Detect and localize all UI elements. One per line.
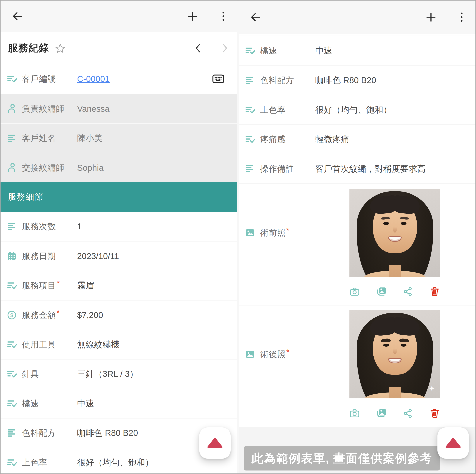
person-icon (7, 163, 17, 173)
field-label: 操作備註 (260, 163, 294, 174)
camera-icon[interactable] (350, 286, 360, 297)
field-label: 檔速 (22, 398, 39, 409)
field-label: 上色率 (22, 457, 47, 468)
triangle-up-icon (206, 437, 223, 449)
prev-record-button[interactable] (194, 43, 202, 53)
after-photo-actions (349, 398, 440, 419)
scroll-to-top-button[interactable] (199, 427, 231, 459)
share-icon[interactable] (403, 408, 413, 419)
chevron-left-icon (194, 43, 202, 53)
kebab-menu-icon (460, 12, 463, 22)
field-row[interactable]: 色料配方 咖啡色 R80 B20 (239, 65, 476, 95)
field-value: 1 (77, 221, 82, 231)
field-label: 色料配方 (260, 75, 294, 86)
back-button[interactable] (11, 10, 24, 23)
list-check-icon (6, 339, 17, 350)
trash-icon[interactable] (429, 408, 440, 419)
field-label: 色料配方 (22, 427, 56, 439)
text-lines-icon (245, 163, 255, 174)
field-row[interactable]: 負責紋繡師 Vanessa (0, 94, 237, 123)
field-label: 疼痛感 (260, 134, 286, 145)
field-row[interactable]: 交接紋繡師 Sophia (0, 153, 237, 182)
before-photo-actions (349, 277, 440, 297)
image-icon (245, 227, 255, 238)
back-button[interactable] (249, 11, 262, 24)
list-check-icon (245, 135, 255, 144)
text-lines-icon (245, 164, 255, 174)
field-row[interactable]: 上色率 很好（均勻、飽和） (239, 95, 476, 124)
dollar-icon: $ (6, 310, 17, 320)
kebab-menu-icon (222, 11, 225, 21)
customer-id-link[interactable]: C-00001 (77, 74, 110, 84)
field-row[interactable]: 客戶姓名 陳小美 (0, 123, 237, 153)
field-row[interactable]: 服務日期 2023/10/11 (0, 241, 237, 271)
gallery-icon[interactable] (376, 286, 387, 297)
field-label: 使用工具 (22, 339, 56, 350)
before-photo[interactable] (349, 189, 440, 277)
text-lines-icon (6, 133, 17, 144)
field-value: 很好（均勻、飽和） (77, 457, 153, 468)
field-value: 很好（均勻、飽和） (315, 104, 392, 115)
after-photo[interactable]: ✦ (349, 310, 440, 398)
field-row[interactable]: 疼痛感 輕微疼痛 (239, 124, 476, 154)
chevron-right-icon (221, 43, 228, 53)
field-row[interactable]: 操作備註 客戶首次紋繡，對稱度要求高 (239, 154, 476, 183)
field-value: 陳小美 (77, 132, 102, 144)
sample-form-banner: 此為範例表單, 畫面僅供案例參考 (244, 446, 440, 471)
customer-fields: 客戶編號 C-00001 負責紋繡師 Vanessa 客戶姓名 陳小美 (0, 64, 237, 182)
field-label: 服務項目 (22, 280, 56, 291)
field-row[interactable]: 客戶編號 C-00001 (0, 64, 237, 94)
list-check-icon (245, 105, 255, 115)
field-row[interactable]: 針具 三針（3RL / 3） (0, 359, 237, 389)
field-label: 上色率 (260, 104, 286, 115)
field-row[interactable]: $ 服務金額 * $7,200 (0, 300, 237, 330)
form-screen-top: 服務紀錄 (0, 0, 237, 474)
add-record-button[interactable] (425, 11, 437, 24)
field-row[interactable]: 使用工具 無線紋繡機 (0, 330, 237, 359)
form-title-bar: 服務紀錄 (0, 32, 237, 64)
top-toolbar (239, 0, 476, 34)
field-value: $7,200 (77, 310, 103, 320)
field-row[interactable]: 服務次數 1 (0, 212, 237, 241)
form-screen-bottom: 檔速 中速 色料配方 咖啡色 R80 B20 上色率 很好（均勻、飽和） 疼痛感… (239, 0, 476, 474)
more-menu-button[interactable] (217, 10, 230, 23)
favorite-star-button[interactable] (55, 43, 66, 53)
next-record-button[interactable] (221, 43, 228, 53)
keyboard-icon[interactable] (212, 74, 224, 83)
list-check-icon (7, 458, 17, 467)
page-title: 服務紀錄 (8, 41, 49, 55)
scroll-to-top-button[interactable] (437, 427, 469, 459)
field-label: 負責紋繡師 (22, 103, 64, 114)
field-row[interactable]: 服務項目 * 霧眉 (0, 271, 237, 300)
triangle-up-icon (445, 437, 462, 449)
field-value: 中速 (77, 398, 94, 409)
field-label: 術後照 (260, 349, 286, 360)
share-icon[interactable] (403, 286, 413, 297)
field-row[interactable]: 檔速 中速 (0, 389, 237, 418)
list-check-icon (6, 398, 17, 409)
add-record-button[interactable] (186, 10, 199, 23)
list-check-icon (245, 105, 255, 115)
field-row[interactable]: 檔速 中速 (239, 36, 476, 65)
keyboard-icon[interactable] (212, 74, 224, 83)
more-menu-button[interactable] (455, 11, 468, 24)
text-lines-icon (6, 221, 17, 232)
required-asterisk: * (286, 226, 289, 235)
text-lines-icon (245, 76, 255, 85)
top-toolbar (0, 0, 237, 32)
gallery-icon[interactable] (376, 408, 387, 419)
list-check-icon (7, 399, 17, 408)
field-label: 服務日期 (22, 251, 56, 262)
list-check-icon (6, 74, 17, 84)
trash-icon[interactable] (429, 286, 440, 297)
dollar-icon: $ (7, 310, 17, 320)
camera-icon[interactable] (350, 408, 360, 419)
field-value: 霧眉 (77, 280, 94, 291)
text-lines-icon (245, 75, 255, 86)
svg-text:$: $ (10, 312, 14, 318)
service-detail-fields: 檔速 中速 色料配方 咖啡色 R80 B20 上色率 很好（均勻、飽和） 疼痛感… (239, 36, 476, 183)
calendar-icon (7, 251, 17, 261)
list-check-icon (6, 369, 17, 379)
add-icon (188, 11, 198, 21)
field-value: 中速 (315, 45, 332, 56)
